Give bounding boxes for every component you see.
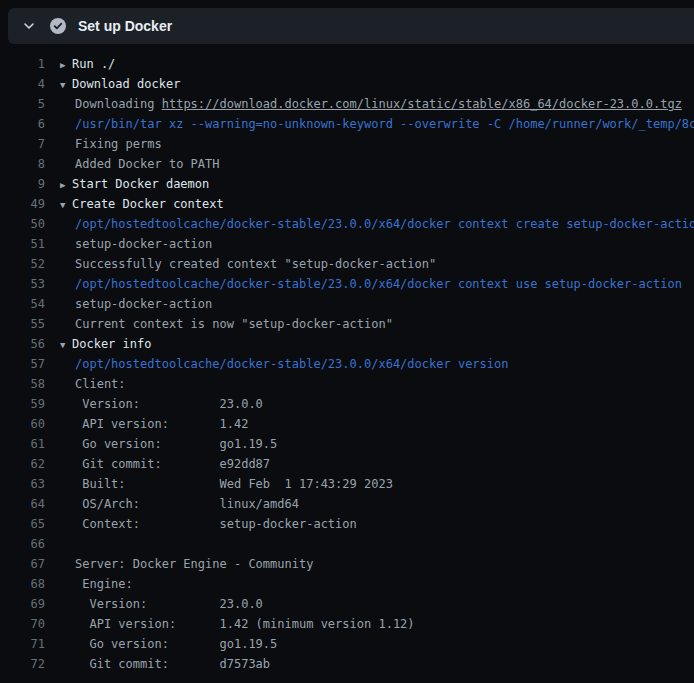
line-number[interactable]: 70 <box>0 614 45 634</box>
triangle-down-icon[interactable]: ▼ <box>60 335 72 354</box>
log-line: 72 Git commit: d7573ab <box>0 654 694 674</box>
log-text: Downloading <box>75 94 162 114</box>
triangle-down-icon[interactable]: ▼ <box>60 75 72 94</box>
log-line: 66 <box>0 534 694 554</box>
line-number[interactable]: 1 <box>0 54 45 74</box>
log-text: Server: Docker Engine - Community <box>75 554 313 574</box>
line-number[interactable]: 61 <box>0 434 45 454</box>
log-line: 62 Git commit: e92dd87 <box>0 454 694 474</box>
log-line[interactable]: 4▼Download docker <box>0 74 694 94</box>
line-number[interactable]: 55 <box>0 314 45 334</box>
log-text: Engine: <box>75 574 133 594</box>
line-number[interactable]: 52 <box>0 254 45 274</box>
log-line: 59 Version: 23.0.0 <box>0 394 694 414</box>
log-line: 6/usr/bin/tar xz --warning=no-unknown-ke… <box>0 114 694 134</box>
log-text: Context: setup-docker-action <box>75 514 357 534</box>
log-line: 68 Engine: <box>0 574 694 594</box>
line-number[interactable]: 5 <box>0 94 45 114</box>
log-container: 1▶Run ./4▼Download docker5Downloading ht… <box>0 54 694 674</box>
log-line: 63 Built: Wed Feb 1 17:43:29 2023 <box>0 474 694 494</box>
log-line: 71 Go version: go1.19.5 <box>0 634 694 654</box>
line-number[interactable]: 9 <box>0 174 45 194</box>
line-number[interactable]: 69 <box>0 594 45 614</box>
log-text: Version: 23.0.0 <box>75 594 263 614</box>
line-number[interactable]: 64 <box>0 494 45 514</box>
log-text: Git commit: d7573ab <box>75 654 270 674</box>
log-line[interactable]: 9▶Start Docker daemon <box>0 174 694 194</box>
log-text: Successfully created context "setup-dock… <box>75 254 436 274</box>
command-text: /opt/hostedtoolcache/docker-stable/23.0.… <box>75 214 694 234</box>
log-line: 69 Version: 23.0.0 <box>0 594 694 614</box>
group-label[interactable]: Run ./ <box>72 54 115 74</box>
log-line: 58Client: <box>0 374 694 394</box>
step-header-row[interactable]: Set up Docker <box>8 8 694 44</box>
log-text: setup-docker-action <box>75 294 212 314</box>
line-number[interactable]: 51 <box>0 234 45 254</box>
line-number[interactable]: 7 <box>0 134 45 154</box>
line-number[interactable]: 6 <box>0 114 45 134</box>
log-line: 64 OS/Arch: linux/amd64 <box>0 494 694 514</box>
log-line: 60 API version: 1.42 <box>0 414 694 434</box>
log-url-link[interactable]: https://download.docker.com/linux/static… <box>162 94 682 114</box>
line-number[interactable]: 54 <box>0 294 45 314</box>
line-number[interactable]: 67 <box>0 554 45 574</box>
log-line: 51setup-docker-action <box>0 234 694 254</box>
log-text: Fixing perms <box>75 134 162 154</box>
line-number[interactable]: 60 <box>0 414 45 434</box>
line-number[interactable]: 4 <box>0 74 45 94</box>
line-number[interactable]: 58 <box>0 374 45 394</box>
log-text: OS/Arch: linux/amd64 <box>75 494 299 514</box>
line-number[interactable]: 49 <box>0 194 45 214</box>
line-number[interactable]: 62 <box>0 454 45 474</box>
log-line[interactable]: 1▶Run ./ <box>0 54 694 74</box>
log-text: Version: 23.0.0 <box>75 394 263 414</box>
chevron-down-icon[interactable] <box>21 18 37 34</box>
log-line: 70 API version: 1.42 (minimum version 1.… <box>0 614 694 634</box>
line-number[interactable]: 63 <box>0 474 45 494</box>
log-line: 61 Go version: go1.19.5 <box>0 434 694 454</box>
command-text: /usr/bin/tar xz --warning=no-unknown-key… <box>75 114 694 134</box>
log-line: 52Successfully created context "setup-do… <box>0 254 694 274</box>
log-text: Go version: go1.19.5 <box>75 434 277 454</box>
command-text: /opt/hostedtoolcache/docker-stable/23.0.… <box>75 354 508 374</box>
log-text: Built: Wed Feb 1 17:43:29 2023 <box>75 474 393 494</box>
step-title: Set up Docker <box>78 18 172 34</box>
log-line: 57/opt/hostedtoolcache/docker-stable/23.… <box>0 354 694 374</box>
log-line: 67Server: Docker Engine - Community <box>0 554 694 574</box>
log-text: Added Docker to PATH <box>75 154 220 174</box>
log-line: 65 Context: setup-docker-action <box>0 514 694 534</box>
log-text: setup-docker-action <box>75 234 212 254</box>
line-number[interactable]: 65 <box>0 514 45 534</box>
log-line: 7Fixing perms <box>0 134 694 154</box>
line-number[interactable]: 8 <box>0 154 45 174</box>
check-circle-icon <box>50 18 66 34</box>
group-label[interactable]: Create Docker context <box>72 194 224 214</box>
log-line: 54setup-docker-action <box>0 294 694 314</box>
log-line[interactable]: 49▼Create Docker context <box>0 194 694 214</box>
line-number[interactable]: 68 <box>0 574 45 594</box>
line-number[interactable]: 59 <box>0 394 45 414</box>
group-label[interactable]: Download docker <box>72 74 180 94</box>
log-line: 5Downloading https://download.docker.com… <box>0 94 694 114</box>
log-line: 53/opt/hostedtoolcache/docker-stable/23.… <box>0 274 694 294</box>
line-number[interactable]: 57 <box>0 354 45 374</box>
triangle-down-icon[interactable]: ▼ <box>60 195 72 214</box>
log-text: API version: 1.42 (minimum version 1.12) <box>75 614 415 634</box>
log-line: 8Added Docker to PATH <box>0 154 694 174</box>
line-number[interactable]: 71 <box>0 634 45 654</box>
group-label[interactable]: Start Docker daemon <box>72 174 209 194</box>
group-label[interactable]: Docker info <box>72 334 151 354</box>
line-number[interactable]: 66 <box>0 534 45 554</box>
log-line[interactable]: 56▼Docker info <box>0 334 694 354</box>
line-number[interactable]: 56 <box>0 334 45 354</box>
log-lines: 1▶Run ./4▼Download docker5Downloading ht… <box>0 54 694 674</box>
log-text: API version: 1.42 <box>75 414 248 434</box>
log-line: 50/opt/hostedtoolcache/docker-stable/23.… <box>0 214 694 234</box>
line-number[interactable]: 50 <box>0 214 45 234</box>
triangle-right-icon[interactable]: ▶ <box>60 175 72 194</box>
log-text: Git commit: e92dd87 <box>75 454 270 474</box>
log-text: Client: <box>75 374 126 394</box>
triangle-right-icon[interactable]: ▶ <box>60 55 72 74</box>
line-number[interactable]: 72 <box>0 654 45 674</box>
line-number[interactable]: 53 <box>0 274 45 294</box>
